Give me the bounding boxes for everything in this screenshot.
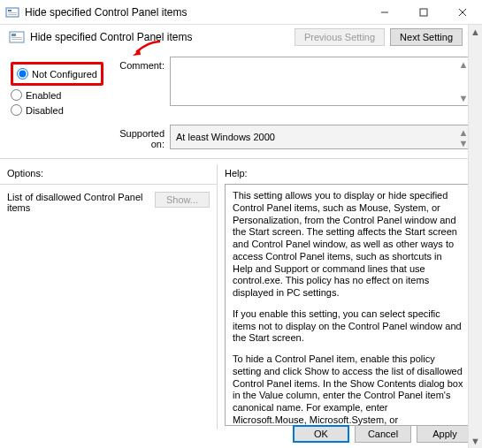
annotation-arrow <box>131 40 161 57</box>
help-textbox[interactable]: This setting allows you to display or hi… <box>225 184 471 426</box>
show-button[interactable]: Show... <box>155 192 210 208</box>
help-label: Help: <box>218 164 482 184</box>
titlebar: Hide specified Control Panel items <box>0 0 482 25</box>
radio-disabled[interactable]: Disabled <box>11 103 108 118</box>
scroll-up-icon[interactable]: ▲ <box>471 27 480 37</box>
scroll-down-icon[interactable]: ▼ <box>471 436 480 446</box>
help-pane: Help: This setting allows you to display… <box>218 164 482 429</box>
radio-not-configured[interactable]: Not Configured <box>17 66 97 81</box>
svg-rect-10 <box>11 37 22 38</box>
policy-icon <box>9 29 25 45</box>
radio-not-configured-label: Not Configured <box>32 69 97 80</box>
state-radio-group: Not Configured Enabled Disabled <box>11 57 108 118</box>
help-paragraph: If you enable this setting, you can sele… <box>233 308 463 345</box>
help-paragraph: This setting allows you to display or hi… <box>233 190 463 300</box>
previous-setting-button[interactable]: Previous Setting <box>295 28 385 46</box>
svg-rect-1 <box>8 10 11 11</box>
window-scrollbar[interactable]: ▲ ▼ <box>468 25 482 448</box>
comment-label: Comment: <box>108 57 170 71</box>
highlight-box: Not Configured <box>11 62 103 86</box>
radio-not-configured-input[interactable] <box>17 68 28 80</box>
supported-on-label: Supported on: <box>108 125 170 149</box>
close-button[interactable] <box>443 0 482 25</box>
svg-rect-2 <box>8 12 17 13</box>
cancel-button[interactable]: Cancel <box>355 425 411 443</box>
comment-textarea[interactable]: ▲▼ <box>170 57 471 106</box>
radio-enabled-input[interactable] <box>11 89 22 101</box>
policy-header: Hide specified Control Panel items Previ… <box>0 25 482 49</box>
minimize-button[interactable] <box>365 0 404 25</box>
svg-rect-9 <box>11 34 16 36</box>
dialog-buttons: OK Cancel Apply <box>293 425 473 443</box>
radio-disabled-input[interactable] <box>11 104 22 116</box>
maximize-button[interactable] <box>404 0 443 25</box>
options-list-label: List of disallowed Control Panel items <box>7 192 148 213</box>
options-label: Options: <box>0 164 217 184</box>
help-paragraph: To hide a Control Panel item, enable thi… <box>233 353 463 426</box>
next-setting-button[interactable]: Next Setting <box>390 28 463 46</box>
window-title: Hide specified Control Panel items <box>25 6 365 19</box>
policy-title: Hide specified Control Panel items <box>30 31 295 43</box>
svg-rect-5 <box>420 9 427 16</box>
radio-disabled-label: Disabled <box>26 105 64 116</box>
radio-enabled-label: Enabled <box>26 90 61 101</box>
supported-on-field: At least Windows 2000 ▲▼ <box>170 125 471 149</box>
app-icon <box>5 5 19 19</box>
supported-on-text: At least Windows 2000 <box>176 132 275 142</box>
svg-rect-11 <box>11 39 22 40</box>
options-pane: Options: List of disallowed Control Pane… <box>0 164 218 429</box>
lower-panes: Options: List of disallowed Control Pane… <box>0 164 482 429</box>
svg-rect-3 <box>8 14 17 15</box>
apply-button[interactable]: Apply <box>417 425 473 443</box>
radio-enabled[interactable]: Enabled <box>11 87 108 103</box>
ok-button[interactable]: OK <box>293 425 349 443</box>
